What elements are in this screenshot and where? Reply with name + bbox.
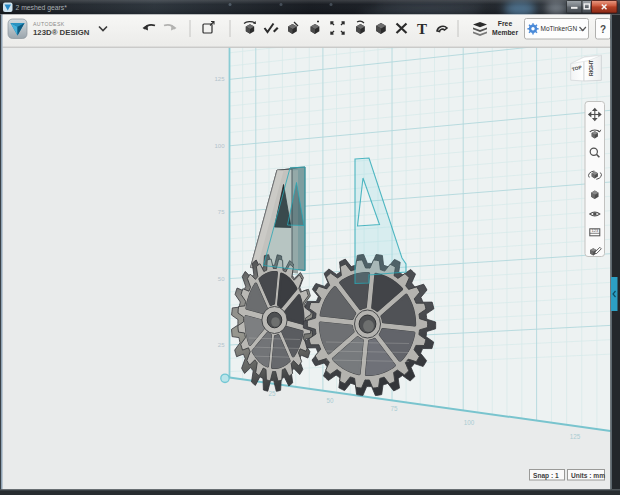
svg-text:MoTinkerGN ...: MoTinkerGN ... (541, 25, 585, 32)
svg-text:125: 125 (570, 433, 581, 440)
svg-text:Snap : 1: Snap : 1 (533, 472, 559, 480)
svg-text:50: 50 (326, 397, 334, 404)
svg-text:50: 50 (218, 276, 225, 282)
svg-text:100: 100 (464, 419, 475, 426)
svg-text:100: 100 (214, 143, 225, 149)
svg-text:123D® DESIGN: 123D® DESIGN (33, 28, 90, 37)
svg-text:125: 125 (214, 76, 225, 82)
svg-text:Units : mm: Units : mm (571, 472, 605, 479)
svg-text:Free: Free (498, 20, 513, 27)
svg-text:2 meshed gears*: 2 meshed gears* (16, 4, 68, 12)
svg-text:25: 25 (268, 390, 276, 397)
svg-text:RIGHT: RIGHT (588, 59, 594, 76)
svg-text:123: 123 (591, 228, 598, 233)
svg-text:25: 25 (218, 342, 225, 348)
svg-text:75: 75 (390, 405, 398, 412)
svg-text:Member: Member (492, 29, 518, 36)
svg-text:AUTODESK: AUTODESK (33, 21, 65, 27)
svg-text:?: ? (600, 24, 606, 35)
svg-text:T: T (417, 21, 427, 37)
svg-text:75: 75 (218, 209, 225, 215)
